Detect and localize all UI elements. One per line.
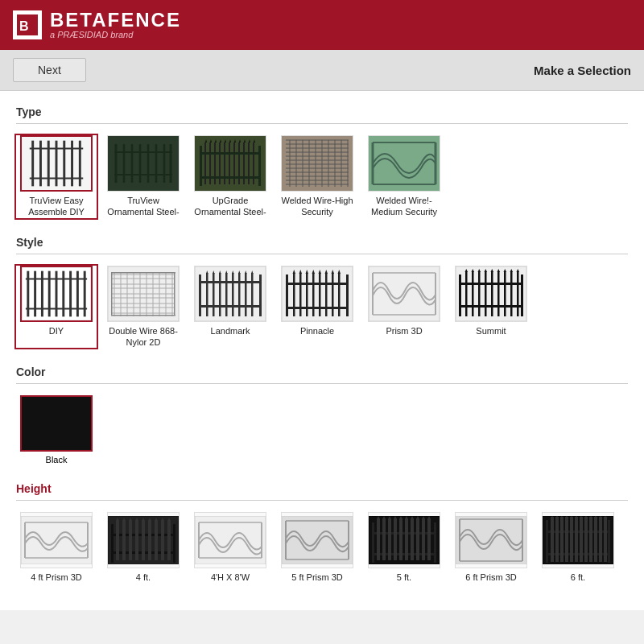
- type-item-welded-wire-medium[interactable]: Welded Wire!- Medium Security: [364, 135, 444, 218]
- svg-rect-241: [416, 518, 419, 560]
- style-item-landmark[interactable]: Landmark: [190, 266, 270, 349]
- style-label-summit: Summit: [476, 325, 506, 336]
- style-label-pinnacle: Pinnacle: [300, 325, 334, 336]
- height-item-6ft-prism3d[interactable]: 6 ft Prism 3D: [451, 512, 531, 583]
- style-label-double-wire: Double Wire 868-Nylor 2D: [103, 325, 184, 349]
- make-selection-label: Make a Selection: [534, 64, 631, 77]
- svg-rect-121: [213, 273, 215, 316]
- svg-rect-231: [388, 518, 391, 560]
- svg-rect-198: [129, 520, 132, 560]
- svg-rect-114: [195, 266, 266, 321]
- svg-rect-136: [286, 275, 288, 316]
- type-img-truview-easy: [20, 135, 93, 192]
- svg-rect-156: [369, 266, 440, 321]
- height-item-6ft[interactable]: 6 ft.: [538, 512, 618, 583]
- style-items-row: DIY: [16, 262, 628, 352]
- svg-rect-127: [232, 273, 234, 316]
- svg-rect-204: [148, 520, 151, 560]
- svg-rect-224: [434, 522, 436, 563]
- style-item-summit[interactable]: Summit: [451, 266, 531, 349]
- type-item-truview-ornamental[interactable]: TruView Ornamental Steel-: [103, 135, 184, 218]
- svg-rect-148: [319, 273, 321, 316]
- svg-rect-154: [338, 273, 341, 316]
- style-item-diy[interactable]: DIY: [16, 266, 97, 349]
- svg-rect-257: [551, 517, 554, 562]
- height-img-6ft-prism3d: [455, 512, 527, 568]
- color-item-black[interactable]: Black: [16, 395, 97, 464]
- height-label-6ft: 6 ft.: [571, 572, 585, 583]
- svg-rect-200: [135, 520, 138, 560]
- svg-rect-163: [521, 275, 523, 316]
- style-item-double-wire[interactable]: Double Wire 868-Nylor 2D: [103, 266, 184, 349]
- type-item-upgrade-ornamental[interactable]: UpGrade Ornamental Steel-: [190, 135, 270, 218]
- next-button[interactable]: Next: [13, 58, 86, 82]
- height-img-4ft: [107, 512, 180, 568]
- type-label-welded-wire-medium: Welded Wire!- Medium Security: [364, 195, 444, 218]
- color-label-black: Black: [46, 455, 68, 464]
- height-img-5ft: [368, 512, 440, 568]
- svg-rect-146: [312, 273, 315, 316]
- svg-rect-191: [173, 524, 175, 563]
- svg-rect-73: [369, 136, 440, 191]
- svg-rect-275: [594, 517, 597, 562]
- svg-rect-196: [122, 520, 126, 560]
- header: B BETAFENCE a PRÆSIDIAD brand: [0, 0, 644, 50]
- height-item-5ft[interactable]: 5 ft.: [364, 512, 444, 583]
- style-img-prism3d: [368, 266, 440, 322]
- svg-rect-271: [584, 517, 588, 562]
- logo-text: BETAFENCE a PRÆSIDIAD brand: [50, 10, 181, 39]
- svg-rect-166: [465, 271, 468, 316]
- height-label-4ft: 4 ft.: [136, 572, 151, 583]
- type-img-welded-wire-medium: [368, 135, 440, 192]
- type-label-upgrade-ornamental: UpGrade Ornamental Steel-: [190, 195, 270, 218]
- svg-rect-111: [111, 315, 175, 316]
- svg-rect-162: [459, 275, 461, 316]
- svg-rect-168: [472, 271, 474, 316]
- type-label-truview-ornamental: TruView Ornamental Steel-: [103, 195, 184, 218]
- height-section: Height 4 ft Prism 3D: [16, 476, 628, 586]
- type-items-row: TruView Easy Assemble DIY: [16, 132, 628, 221]
- svg-rect-176: [497, 271, 500, 316]
- svg-rect-174: [491, 271, 493, 316]
- style-item-prism3d[interactable]: Prism 3D: [364, 266, 444, 349]
- svg-rect-208: [161, 520, 164, 560]
- svg-rect-277: [599, 517, 602, 562]
- type-label-welded-wire-high: Welded Wire-High Security: [277, 195, 357, 218]
- height-label-6ft-prism3d: 6 ft Prism 3D: [465, 572, 517, 583]
- svg-rect-123: [219, 273, 221, 316]
- type-item-welded-wire-high[interactable]: Welded Wire-High Security: [277, 135, 357, 218]
- svg-rect-223: [372, 522, 374, 563]
- style-item-pinnacle[interactable]: Pinnacle: [277, 266, 357, 349]
- height-label-5ft: 5 ft.: [397, 572, 411, 583]
- style-section: Style: [16, 229, 628, 352]
- height-item-5ft-prism3d[interactable]: 5 ft Prism 3D: [277, 512, 357, 583]
- color-section: Color Black: [16, 359, 628, 468]
- svg-rect-227: [377, 518, 380, 560]
- height-item-4ft[interactable]: 4 ft.: [103, 512, 184, 583]
- svg-rect-129: [238, 273, 241, 316]
- svg-rect-194: [116, 520, 119, 560]
- svg-rect-125: [225, 273, 228, 316]
- height-item-4ft-prism3d[interactable]: 4 ft Prism 3D: [16, 512, 97, 583]
- sub-brand: a PRÆSIDIAD brand: [50, 30, 181, 39]
- type-item-truview-easy[interactable]: TruView Easy Assemble DIY: [16, 135, 97, 218]
- color-swatch-black: [20, 395, 93, 452]
- style-img-diy: [20, 266, 93, 322]
- svg-rect-235: [399, 518, 402, 560]
- style-label-prism3d: Prism 3D: [386, 325, 422, 336]
- svg-rect-253: [546, 520, 548, 563]
- height-label-4ft-prism3d: 4 ft Prism 3D: [31, 572, 82, 583]
- svg-rect-48: [200, 152, 261, 155]
- type-img-upgrade-ornamental: [194, 135, 266, 192]
- svg-rect-259: [555, 517, 559, 562]
- height-item-4h-x-8w[interactable]: 4'H X 8'W: [190, 512, 270, 583]
- svg-rect-247: [456, 516, 526, 564]
- svg-rect-113: [174, 272, 175, 316]
- svg-rect-273: [589, 517, 592, 562]
- svg-rect-49: [200, 176, 261, 179]
- style-img-summit: [455, 266, 527, 322]
- style-label-landmark: Landmark: [211, 325, 250, 336]
- svg-text:B: B: [19, 19, 29, 33]
- main-content: Type: [0, 91, 644, 610]
- svg-rect-150: [325, 273, 328, 316]
